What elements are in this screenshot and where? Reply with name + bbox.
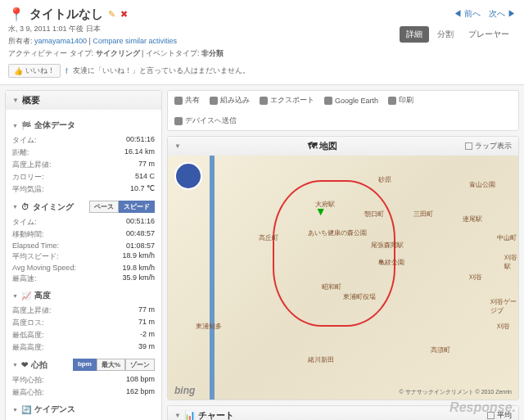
map-place-label: 東浦知多 — [196, 322, 222, 331]
like-button[interactable]: 👍いいね！ — [8, 64, 61, 78]
event-type: 非分類 — [201, 49, 224, 57]
map-place-label: 朝日町 — [364, 210, 384, 219]
stat-row: 最高心拍:162 bpm — [12, 386, 155, 399]
map-place-label: 三田町 — [413, 210, 433, 219]
owner-link[interactable]: yamayama1400 — [34, 37, 87, 45]
map-place-label: 大府駅 — [315, 200, 335, 209]
map-place-label: 中山町 — [497, 233, 517, 242]
stat-row: 平均スピード:18.9 km/h — [12, 251, 155, 263]
summary-header[interactable]: 概要 — [6, 91, 161, 110]
map-place-label: 高丘町 — [259, 233, 278, 242]
action-toolbar: 共有 組み込み エクスポート Google Earth 印刷 デバイスへ送信 — [167, 90, 519, 131]
stat-row: 最高高度:39 m — [12, 341, 155, 354]
map-place-label: 高須町 — [431, 345, 450, 355]
stat-row: 移動時間:00:48:57 — [12, 228, 155, 241]
stat-row: 平均気温:10.7 ℃ — [12, 183, 155, 196]
map-place-label: 亀紋公園 — [378, 258, 404, 267]
activity-type-label: アクティビティー タイプ: — [8, 49, 93, 57]
owner-label: 所有者: — [8, 37, 33, 45]
stat-row: 最高速:35.9 km/h — [12, 273, 155, 285]
stat-row: Elapsed Time:01:08:57 — [12, 241, 155, 251]
map-place-label: 刈谷 — [469, 273, 482, 282]
overall-header[interactable]: 🏁 全体データ — [12, 120, 155, 131]
tab-detail[interactable]: 詳細 — [400, 26, 429, 43]
activity-title: タイトルなし — [29, 7, 103, 22]
map-canvas[interactable]: ▼ 大府駅砂原青山公園朝日町三田町連尾駅あいち健康の森公園尾張森岡駅高丘町中山町… — [168, 156, 518, 400]
send-device-button[interactable]: デバイスへ送信 — [174, 115, 512, 126]
bpm-toggle[interactable]: bpm — [73, 359, 97, 371]
speed-toggle[interactable]: スピード — [119, 201, 155, 213]
map-attribution: © サナサックインクリメント © 2010 Zenrin — [399, 388, 512, 396]
timing-header[interactable]: ⏱ タイミング ペース スピード — [12, 201, 155, 213]
lap-checkbox[interactable] — [465, 142, 472, 150]
map-place-label: あいち健康の森公園 — [308, 228, 367, 237]
map-place-label: 刈谷ゲージプ — [490, 297, 518, 315]
watermark: Response. — [449, 400, 516, 415]
stat-row: タイム:00:51:16 — [12, 134, 155, 147]
stat-row: 距離:16.14 km — [12, 147, 155, 159]
bing-logo: bing — [174, 385, 195, 396]
map-place-label: 尾張森岡駅 — [371, 241, 404, 250]
max-toggle[interactable]: 最大% — [97, 359, 125, 371]
map-place-label: 昭和町 — [322, 282, 341, 291]
cadence-header[interactable]: 🔄 ケイデンス — [12, 404, 155, 415]
stat-row: 高度上昇値:77 m — [12, 305, 155, 317]
nav-links: ◀ 前へ 次へ ▶ — [454, 8, 516, 20]
activity-type: サイクリング — [96, 49, 140, 57]
map-header[interactable]: 🗺 地図 ラップ表示 — [168, 137, 518, 156]
map-place-label: 青山公園 — [469, 180, 495, 189]
map-place-label: 東浦町役場 — [343, 292, 376, 301]
stat-row: タイム:00:51:16 — [12, 216, 155, 228]
location-pin-icon: 📍 — [8, 7, 25, 22]
stat-row: 高度ロス:71 m — [12, 317, 155, 329]
edit-icon[interactable]: ✎ — [108, 9, 115, 20]
map-place-label: 緒川新田 — [308, 355, 334, 364]
stat-row: 平均心拍:108 bpm — [12, 374, 155, 386]
map-place-label: 刈谷 — [497, 322, 510, 331]
pace-toggle[interactable]: ペース — [89, 201, 119, 213]
tab-split[interactable]: 分割 — [431, 26, 460, 43]
prev-link[interactable]: ◀ 前へ — [454, 8, 481, 20]
event-type-label: イベントタイプ: — [146, 49, 200, 57]
like-text: 友達に「いいね！」と言っている人はまだいません。 — [73, 65, 250, 76]
stat-row: カロリー:514 C — [12, 171, 155, 183]
export-button[interactable]: エクスポート — [260, 95, 314, 106]
stat-row: 最低高度:-2 m — [12, 329, 155, 341]
embed-button[interactable]: 組み込み — [210, 95, 250, 106]
compare-link[interactable]: Compare similar activities — [93, 37, 177, 45]
print-button[interactable]: 印刷 — [388, 95, 413, 106]
map-place-label: 連尾駅 — [463, 215, 482, 224]
share-button[interactable]: 共有 — [174, 95, 200, 106]
stat-row: Avg Moving Speed:19.8 km/h — [12, 263, 155, 273]
elevation-header[interactable]: 📈 高度 — [12, 290, 155, 301]
delete-icon[interactable]: ✖ — [120, 9, 128, 20]
google-earth-button[interactable]: Google Earth — [324, 95, 378, 106]
next-link[interactable]: 次へ ▶ — [489, 8, 516, 20]
map-place-label: 刈谷駅 — [504, 253, 518, 271]
view-tabs: 詳細 分割 プレーヤー — [400, 26, 516, 43]
map-place-label: 砂原 — [378, 175, 391, 184]
zone-toggle[interactable]: ゾーン — [125, 359, 155, 371]
tab-player[interactable]: プレーヤー — [462, 26, 516, 43]
compass-icon[interactable] — [174, 162, 202, 190]
hr-header[interactable]: ❤ 心拍 bpm 最大% ゾーン — [12, 359, 155, 371]
stat-row: 高度上昇値:77 m — [12, 159, 155, 171]
